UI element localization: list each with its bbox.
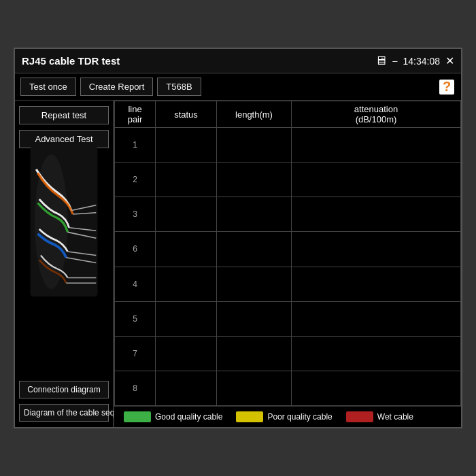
repeat-test-button[interactable]: Repeat test bbox=[19, 106, 109, 124]
cell-attenuation bbox=[292, 128, 461, 163]
col-header-attenuation: attenuation(dB/100m) bbox=[292, 101, 461, 128]
cell-attenuation bbox=[292, 163, 461, 197]
test-once-button[interactable]: Test once bbox=[20, 78, 76, 96]
left-panel: Repeat test Advanced Test bbox=[15, 101, 114, 427]
cable-svg bbox=[23, 147, 105, 296]
title-bar: RJ45 cable TDR test 🖥 – 14:34:08 ✕ bbox=[15, 49, 461, 73]
table-row: 2 bbox=[115, 163, 461, 197]
col-header-status: status bbox=[156, 101, 217, 128]
cell-attenuation bbox=[292, 267, 461, 301]
table-row: 8 bbox=[115, 371, 461, 405]
cell-status bbox=[156, 301, 217, 336]
main-area: Repeat test Advanced Test bbox=[15, 101, 461, 427]
cell-status bbox=[156, 197, 217, 232]
cell-status bbox=[156, 267, 217, 301]
create-report-button[interactable]: Create Report bbox=[80, 78, 154, 96]
cell-pair: 1 bbox=[115, 128, 156, 163]
col-header-pair: line pair bbox=[115, 101, 156, 128]
legend-wet-label: Wet cable bbox=[377, 412, 413, 422]
diagram-cable-sequence-button[interactable]: Diagram of the cable sequence bbox=[19, 404, 109, 422]
table-row: 3 bbox=[115, 197, 461, 232]
cell-attenuation bbox=[292, 336, 461, 371]
close-button[interactable]: ✕ bbox=[445, 54, 454, 67]
legend-bar: Good quality cable Poor quality cable We… bbox=[114, 406, 461, 427]
cell-pair: 5 bbox=[115, 301, 156, 336]
cell-pair: 7 bbox=[115, 336, 156, 371]
cell-length bbox=[217, 301, 292, 336]
cell-status bbox=[156, 128, 217, 163]
legend-good-color bbox=[124, 411, 151, 422]
legend-good: Good quality cable bbox=[124, 411, 222, 422]
cell-pair: 8 bbox=[115, 371, 156, 405]
legend-poor: Poor quality cable bbox=[236, 411, 332, 422]
right-panel: line pair status length(m) attenuation(d… bbox=[114, 101, 461, 427]
cell-length bbox=[217, 232, 292, 267]
minimize-button[interactable]: – bbox=[392, 56, 397, 66]
standard-button[interactable]: T568B bbox=[157, 78, 201, 96]
title-bar-controls: 🖥 – 14:34:08 ✕ bbox=[375, 54, 454, 68]
cell-pair: 4 bbox=[115, 267, 156, 301]
table-row: 7 bbox=[115, 336, 461, 371]
cell-attenuation bbox=[292, 232, 461, 267]
cell-attenuation bbox=[292, 301, 461, 336]
legend-poor-color bbox=[236, 411, 263, 422]
advanced-test-button[interactable]: Advanced Test bbox=[19, 130, 109, 148]
clock-display: 14:34:08 bbox=[403, 56, 441, 67]
cell-length bbox=[217, 128, 292, 163]
cell-attenuation bbox=[292, 197, 461, 232]
cell-status bbox=[156, 163, 217, 197]
col-header-length: length(m) bbox=[217, 101, 292, 128]
table-row: 5 bbox=[115, 301, 461, 336]
cell-attenuation bbox=[292, 371, 461, 405]
cell-pair: 2 bbox=[115, 163, 156, 197]
table-row: 1 bbox=[115, 128, 461, 163]
cable-diagram-area bbox=[19, 154, 109, 290]
cell-length bbox=[217, 336, 292, 371]
cell-status bbox=[156, 371, 217, 405]
help-icon[interactable]: ? bbox=[439, 80, 454, 95]
main-window: RJ45 cable TDR test 🖥 – 14:34:08 ✕ Test … bbox=[14, 48, 462, 428]
connection-diagram-button[interactable]: Connection diagram bbox=[19, 381, 109, 398]
legend-poor-label: Poor quality cable bbox=[267, 412, 332, 422]
legend-wet: Wet cable bbox=[346, 411, 413, 422]
cell-status bbox=[156, 336, 217, 371]
window-title: RJ45 cable TDR test bbox=[22, 55, 120, 67]
cell-pair: 3 bbox=[115, 197, 156, 232]
cell-length bbox=[217, 163, 292, 197]
results-table: line pair status length(m) attenuation(d… bbox=[114, 101, 461, 406]
legend-good-label: Good quality cable bbox=[155, 412, 222, 422]
cell-length bbox=[217, 371, 292, 405]
monitor-icon: 🖥 bbox=[375, 54, 387, 68]
table-row: 4 bbox=[115, 267, 461, 301]
legend-wet-color bbox=[346, 411, 373, 422]
cell-pair: 6 bbox=[115, 232, 156, 267]
cell-length bbox=[217, 197, 292, 232]
table-row: 6 bbox=[115, 232, 461, 267]
cell-status bbox=[156, 232, 217, 267]
toolbar: Test once Create Report T568B ? bbox=[15, 73, 461, 101]
cell-length bbox=[217, 267, 292, 301]
